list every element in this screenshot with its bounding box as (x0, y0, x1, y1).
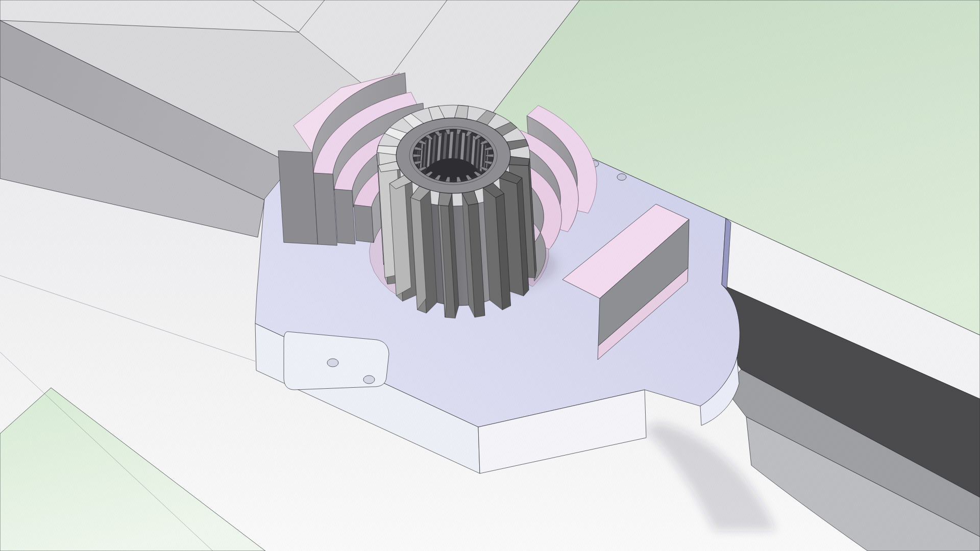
cam-sector-left-endcap-4 (354, 205, 374, 243)
bore-spline-tooth (413, 154, 421, 157)
block-face-hole-2 (617, 174, 626, 181)
bore-spline-tooth (486, 154, 494, 157)
pinion-gear[interactable] (377, 105, 536, 318)
tab-hole-right (363, 375, 375, 384)
cam-sector-left-endcap-1 (278, 151, 318, 244)
cad-viewport (0, 0, 980, 551)
cam-sector-left-endcap-3 (334, 189, 355, 244)
tab-hole-left (327, 359, 338, 367)
cad-3d-scene (0, 0, 980, 551)
